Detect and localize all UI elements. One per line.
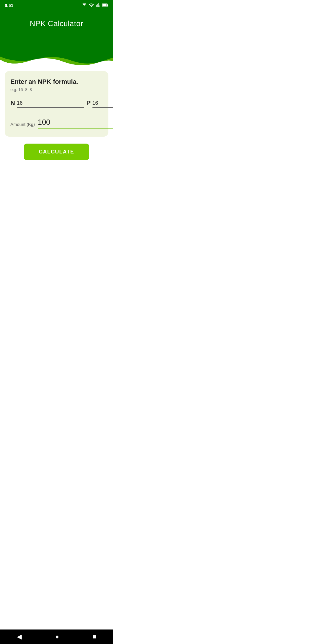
card-subtitle: e.g. 16–8–8	[10, 87, 103, 92]
npk-card: Enter an NPK formula. e.g. 16–8–8 N P K …	[5, 71, 108, 137]
main-content: Enter an NPK formula. e.g. 16–8–8 N P K …	[0, 68, 113, 186]
calculate-button[interactable]: CALCULATE	[24, 144, 89, 160]
signal-icon	[96, 3, 100, 8]
n-label: N	[10, 99, 15, 108]
n-input[interactable]	[17, 99, 84, 108]
pocket-icon	[82, 3, 87, 8]
card-title: Enter an NPK formula.	[10, 78, 103, 86]
amount-row: Amount (Kg)	[10, 117, 103, 129]
amount-label: Amount (Kg)	[10, 122, 35, 129]
status-icons	[82, 3, 108, 8]
svg-rect-2	[102, 4, 106, 6]
app-title: NPK Calculator	[6, 19, 107, 28]
amount-input[interactable]	[38, 117, 113, 129]
battery-icon	[102, 3, 108, 7]
npk-inputs-row: N P K	[10, 99, 103, 108]
p-input[interactable]	[92, 99, 113, 108]
p-field: P	[86, 99, 113, 108]
n-field: N	[10, 99, 84, 108]
status-bar: 6:51	[0, 0, 113, 10]
wave-svg	[0, 51, 113, 68]
svg-rect-1	[108, 4, 108, 6]
wifi-icon	[89, 3, 94, 8]
wave-divider	[0, 51, 113, 68]
p-label: P	[86, 99, 91, 108]
status-time: 6:51	[5, 3, 13, 8]
app-header: NPK Calculator	[0, 10, 113, 51]
